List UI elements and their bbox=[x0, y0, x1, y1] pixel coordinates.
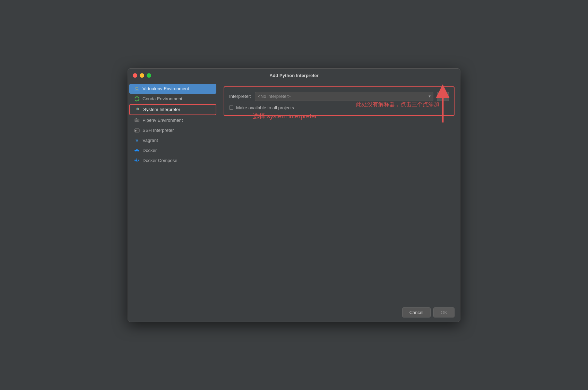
sidebar-item-system-label: System Interpreter bbox=[143, 107, 180, 112]
content-area: Interpreter: <No interpreter> ▼ ··· Make… bbox=[218, 81, 460, 303]
add-python-interpreter-dialog: Add Python Interpreter Virtualenv Enviro… bbox=[128, 68, 460, 322]
sidebar-item-ssh-label: SSH Interpreter bbox=[142, 128, 174, 133]
svg-rect-11 bbox=[136, 150, 138, 151]
minimize-button[interactable] bbox=[140, 73, 144, 78]
dialog-footer: Cancel OK bbox=[128, 303, 460, 322]
cancel-button[interactable]: Cancel bbox=[402, 307, 431, 317]
svg-rect-16 bbox=[136, 159, 138, 160]
svg-rect-14 bbox=[135, 160, 136, 161]
sidebar-item-docker-compose[interactable]: Docker Compose bbox=[129, 156, 216, 166]
sidebar-item-pipenv[interactable]: pip Pipenv Environment bbox=[129, 116, 216, 125]
make-available-checkbox[interactable] bbox=[229, 105, 233, 110]
sidebar: Virtualenv Environment Conda Environment bbox=[128, 81, 218, 303]
ssh-icon: ▶ bbox=[134, 128, 140, 133]
svg-rect-6 bbox=[136, 118, 137, 119]
annotation-arrow bbox=[429, 84, 457, 126]
sidebar-item-virtualenv-label: Virtualenv Environment bbox=[142, 86, 189, 91]
annotation-select-system: 选择 system interpreter bbox=[253, 112, 317, 120]
ok-button[interactable]: OK bbox=[433, 307, 455, 317]
sidebar-item-vagrant[interactable]: V Vagrant bbox=[129, 136, 216, 145]
svg-rect-17 bbox=[138, 160, 139, 161]
sidebar-item-docker[interactable]: Docker bbox=[129, 146, 216, 155]
virtualenv-icon bbox=[134, 86, 140, 92]
interpreter-row: Interpreter: <No interpreter> ▼ ··· bbox=[229, 92, 449, 101]
annotation-no-interpreter: 此处没有解释器，点击三个点添加 bbox=[356, 101, 439, 108]
make-available-label: Make available to all projects bbox=[236, 105, 294, 110]
interpreter-label: Interpreter: bbox=[229, 94, 251, 99]
interpreter-select-container: <No interpreter> ▼ bbox=[255, 92, 434, 101]
maximize-button[interactable] bbox=[147, 73, 151, 78]
pipenv-icon: pip bbox=[134, 118, 140, 123]
svg-text:pip: pip bbox=[136, 120, 138, 122]
sidebar-item-docker-compose-label: Docker Compose bbox=[142, 158, 177, 163]
sidebar-item-pipenv-label: Pipenv Environment bbox=[142, 118, 183, 123]
sidebar-item-docker-label: Docker bbox=[142, 148, 157, 153]
docker-icon bbox=[134, 148, 140, 153]
system-interpreter-icon bbox=[135, 107, 140, 112]
dialog-body: Virtualenv Environment Conda Environment bbox=[128, 81, 460, 303]
svg-rect-10 bbox=[135, 150, 136, 151]
dialog-title: Add Python Interpreter bbox=[269, 73, 319, 78]
sidebar-item-vagrant-label: Vagrant bbox=[142, 138, 158, 143]
sidebar-item-system[interactable]: System Interpreter bbox=[129, 104, 216, 115]
title-bar: Add Python Interpreter bbox=[128, 69, 460, 81]
docker-compose-icon bbox=[134, 158, 140, 163]
traffic-lights bbox=[133, 73, 151, 78]
svg-rect-15 bbox=[136, 160, 138, 161]
conda-icon bbox=[134, 96, 140, 102]
svg-point-3 bbox=[135, 97, 139, 101]
close-button[interactable] bbox=[133, 73, 137, 78]
sidebar-item-virtualenv[interactable]: Virtualenv Environment bbox=[129, 84, 216, 94]
sidebar-item-conda[interactable]: Conda Environment bbox=[129, 94, 216, 104]
svg-rect-13 bbox=[138, 150, 139, 151]
vagrant-icon: V bbox=[134, 138, 140, 143]
interpreter-select[interactable]: <No interpreter> bbox=[255, 92, 434, 101]
sidebar-item-ssh[interactable]: ▶ SSH Interpreter bbox=[129, 126, 216, 135]
sidebar-item-conda-label: Conda Environment bbox=[142, 96, 182, 101]
svg-rect-12 bbox=[136, 149, 138, 150]
